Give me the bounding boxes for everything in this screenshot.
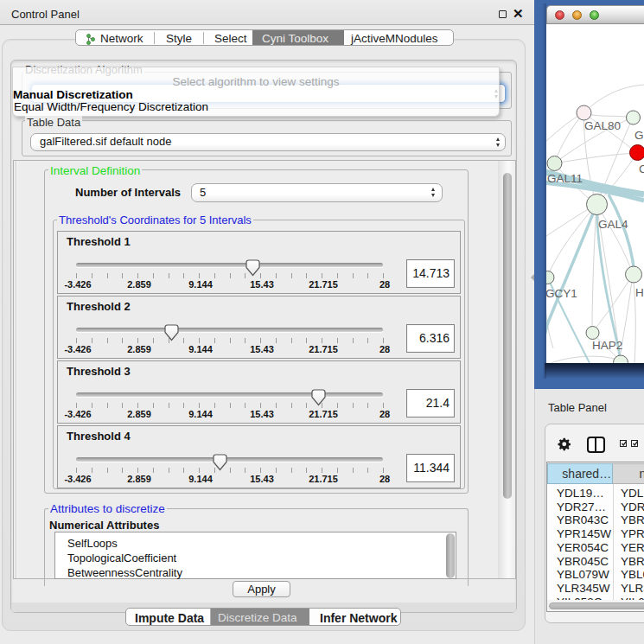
svg-text:GAL4: GAL4 bbox=[598, 218, 628, 231]
svg-text:GCY1: GCY1 bbox=[546, 287, 577, 300]
svg-text:HAP2: HAP2 bbox=[592, 339, 622, 352]
svg-text:GAL80: GAL80 bbox=[584, 119, 621, 132]
svg-text:C: C bbox=[639, 163, 644, 175]
svg-text:G.: G. bbox=[634, 129, 644, 142]
svg-text:H: H bbox=[635, 286, 644, 299]
svg-text:GAL11: GAL11 bbox=[547, 172, 583, 185]
